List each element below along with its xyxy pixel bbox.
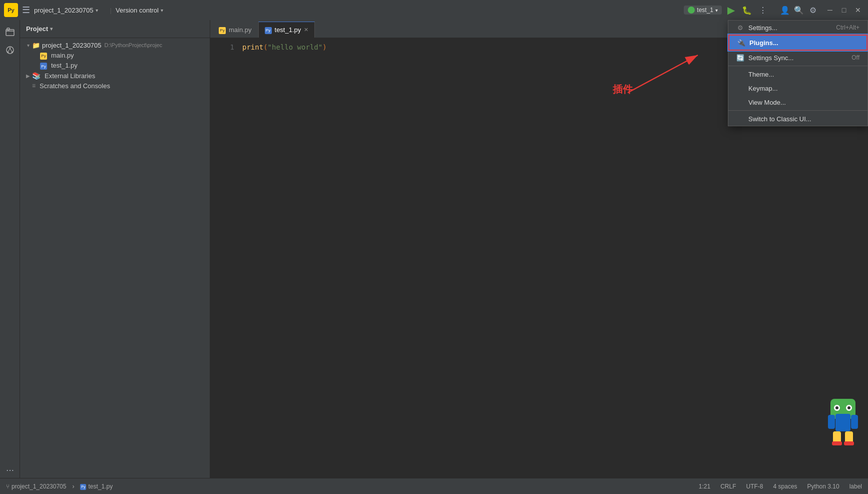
version-control-label: Version control (116, 7, 159, 14)
svg-text:Py: Py (8, 7, 15, 13)
scratches-label: Scratches and Consoles (40, 82, 110, 90)
plugins-menu-label: Plugins... (749, 39, 778, 47)
svg-rect-18 (828, 415, 835, 429)
search-icon[interactable]: 🔍 (792, 3, 806, 17)
svg-rect-3 (7, 28, 10, 30)
hamburger-menu-icon[interactable]: ☰ (22, 5, 30, 16)
theme-icon (736, 70, 744, 78)
settings-menu-icon: ⚙ (736, 24, 744, 32)
tab-main-py[interactable]: Py main.py (212, 22, 258, 38)
code-string-hello: "hello world" (268, 43, 323, 51)
sidebar-item-project[interactable] (2, 24, 18, 40)
tree-item-root[interactable]: ▾ 📁 project_1_20230705 D:\PythonProject\… (20, 40, 210, 50)
code-func-print: print (242, 43, 263, 51)
run-config-selector[interactable]: test_1 ▾ (684, 6, 722, 15)
version-control-selector[interactable]: Version control ▾ (116, 7, 163, 14)
tree-item-external-libs[interactable]: ▶ 📚 External Libraries (20, 71, 210, 81)
menu-item-view-mode[interactable]: View Mode... (728, 95, 867, 109)
statusbar-position[interactable]: 1:21 (697, 482, 712, 491)
code-paren-close: ) (322, 43, 326, 51)
run-group: test_1 ▾ ▶ 🐛 ⋮ (684, 3, 770, 17)
tab-close-icon[interactable]: ✕ (304, 27, 308, 33)
settings-sync-label: Settings Sync... (748, 54, 793, 62)
character-decoration (818, 394, 868, 454)
indent-label: 4 spaces (773, 483, 797, 490)
settings-dropdown-menu: ⚙ Settings... Ctrl+Alt+ 🔌 Plugins... 🔄 S… (728, 20, 868, 126)
svg-point-15 (835, 406, 838, 409)
sidebar-item-structure[interactable] (2, 42, 18, 58)
mainpy-tab-label: main.py (229, 26, 252, 34)
statusbar-branch[interactable]: ⑂ project_1_20230705 (4, 482, 68, 491)
run-button[interactable]: ▶ (724, 3, 738, 17)
project-panel: Project ▾ ▾ 📁 project_1_20230705 D:\Pyth… (20, 20, 210, 478)
sidebar-item-more[interactable]: ⋯ (2, 462, 18, 478)
line-number-1: 1 (214, 42, 234, 52)
root-expand-icon[interactable]: ▾ (24, 41, 32, 49)
tab-test1-py[interactable]: Py test_1.py ✕ (258, 22, 315, 38)
code-paren-open: ( (263, 43, 267, 51)
project-tree: ▾ 📁 project_1_20230705 D:\PythonProject\… (20, 38, 210, 478)
statusbar-separator-1: › (72, 483, 74, 490)
window-controls: ─ □ ✕ (824, 4, 864, 16)
statusbar-indent[interactable]: 4 spaces (771, 482, 799, 491)
mainpy-icon: Py (40, 51, 47, 60)
theme-label: Theme... (748, 71, 774, 78)
menu-item-settings[interactable]: ⚙ Settings... Ctrl+Alt+ (728, 21, 867, 35)
branch-name: project_1_20230705 (12, 483, 66, 490)
test1py-tab-icon: Py (265, 26, 272, 34)
settings-sync-icon: 🔄 (736, 54, 744, 62)
close-button[interactable]: ✕ (852, 4, 864, 16)
menu-divider-1 (728, 66, 867, 66)
code-content-1: print("hello world") (242, 42, 327, 52)
svg-point-5 (9, 48, 11, 49)
statusbar-file[interactable]: Py test_1.py (78, 481, 115, 491)
mainpy-tab-icon: Py (219, 26, 226, 34)
svg-point-16 (847, 406, 850, 409)
root-folder-icon: 📁 (32, 42, 40, 49)
test1py-icon: Py (40, 62, 47, 70)
maximize-button[interactable]: □ (838, 4, 850, 16)
statusbar-line-sep[interactable]: CRLF (718, 482, 738, 491)
keymap-label: Keymap... (748, 85, 778, 92)
menu-item-plugins[interactable]: 🔌 Plugins... (728, 35, 867, 51)
version-control-chevron-icon: ▾ (161, 8, 163, 13)
project-panel-header: Project ▾ (20, 20, 210, 38)
tree-item-main-py[interactable]: Py main.py (20, 50, 210, 61)
statusbar-right: 1:21 CRLF UTF-8 4 spaces Python 3.10 lab… (697, 482, 864, 491)
character-svg (818, 394, 868, 454)
menu-item-keymap[interactable]: Keymap... (728, 81, 867, 95)
statusbar-encoding[interactable]: UTF-8 (744, 482, 765, 491)
file-icon-status: Py (80, 482, 86, 490)
menu-divider-2 (728, 110, 867, 111)
settings-icon[interactable]: ⚙ (806, 3, 820, 17)
statusbar-left: ⑂ project_1_20230705 › Py test_1.py (4, 481, 115, 491)
svg-point-7 (11, 52, 13, 53)
mainpy-expand-spacer (32, 51, 40, 59)
settings-menu-label: Settings... (748, 24, 777, 32)
svg-rect-19 (851, 415, 858, 429)
run-config-py-icon (688, 7, 695, 14)
extlib-icon: 📚 (32, 72, 41, 80)
tree-item-scratches[interactable]: ≡ Scratches and Consoles (20, 81, 210, 91)
debug-button[interactable]: 🐛 (740, 3, 754, 17)
svg-point-6 (7, 52, 9, 53)
cursor-position: 1:21 (699, 483, 710, 490)
plugins-menu-icon: 🔌 (737, 39, 745, 47)
menu-item-classic-ui[interactable]: Switch to Classic UI... (728, 112, 867, 126)
menu-item-settings-sync[interactable]: 🔄 Settings Sync... Off (728, 51, 867, 65)
titlebar: Py ☰ project_1_20230705 ▾ | Version cont… (0, 0, 868, 20)
label-text: label (849, 483, 862, 490)
project-selector[interactable]: project_1_20230705 ▾ (34, 7, 98, 14)
account-icon[interactable]: 👤 (778, 3, 792, 17)
more-run-options-button[interactable]: ⋮ (756, 3, 770, 17)
extlib-label: External Libraries (45, 72, 95, 80)
menu-item-theme[interactable]: Theme... (728, 67, 867, 81)
svg-rect-22 (832, 441, 842, 445)
mainpy-label: main.py (51, 52, 74, 59)
minimize-button[interactable]: ─ (824, 4, 836, 16)
tree-item-test1-py[interactable]: Py test_1.py (20, 61, 210, 71)
statusbar-label[interactable]: label (847, 482, 864, 491)
statusbar-interpreter[interactable]: Python 3.10 (805, 482, 841, 491)
settings-sync-shortcut: Off (851, 54, 859, 61)
extlib-expand-icon[interactable]: ▶ (24, 72, 32, 80)
